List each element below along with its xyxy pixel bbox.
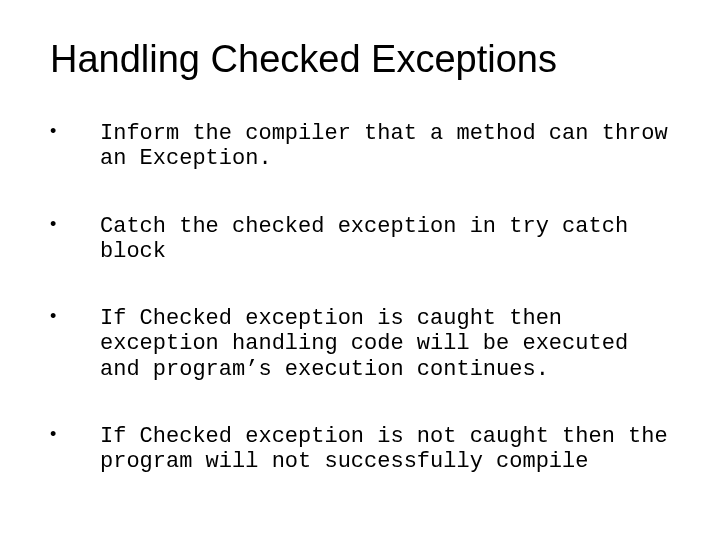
list-item: • Catch the checked exception in try cat… xyxy=(50,214,670,265)
bullet-icon: • xyxy=(50,121,100,142)
bullet-text: Inform the compiler that a method can th… xyxy=(100,121,670,172)
list-item: • Inform the compiler that a method can … xyxy=(50,121,670,172)
bullet-text: If Checked exception is caught then exce… xyxy=(100,306,670,382)
list-item: • If Checked exception is not caught the… xyxy=(50,424,670,475)
bullet-icon: • xyxy=(50,306,100,327)
bullet-list: • Inform the compiler that a method can … xyxy=(50,121,670,475)
bullet-text: If Checked exception is not caught then … xyxy=(100,424,670,475)
bullet-icon: • xyxy=(50,214,100,235)
list-item: • If Checked exception is caught then ex… xyxy=(50,306,670,382)
bullet-icon: • xyxy=(50,424,100,445)
bullet-text: Catch the checked exception in try catch… xyxy=(100,214,670,265)
page-title: Handling Checked Exceptions xyxy=(50,38,670,81)
